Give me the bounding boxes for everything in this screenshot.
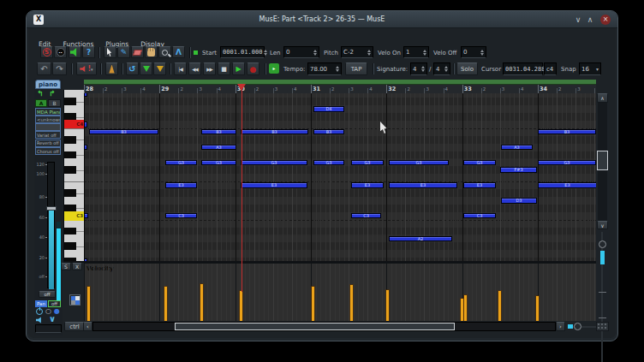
velo-off-field[interactable]: 0 xyxy=(461,46,486,58)
power-icon[interactable] xyxy=(36,308,43,315)
port-name-box[interactable]: <unknown> xyxy=(35,116,61,123)
spinner-icon[interactable] xyxy=(443,66,448,72)
midi-note-D4[interactable]: D4 xyxy=(313,106,344,112)
midi-note-E3[interactable]: E3 xyxy=(165,182,197,188)
tempo-field[interactable]: 78.00 xyxy=(307,62,342,75)
next-part-icon[interactable]: ↱ xyxy=(49,89,56,98)
start-time-field[interactable]: 0001.01.000 xyxy=(220,46,265,58)
tap-tempo-button[interactable]: TAP xyxy=(345,62,367,75)
midi-note-E3[interactable]: E3 xyxy=(538,182,596,188)
pitch-field[interactable]: C-2 xyxy=(341,46,373,58)
velocity-bar[interactable] xyxy=(312,287,314,321)
close-button[interactable]: × xyxy=(600,15,611,25)
midi-note-E3[interactable]: E3 xyxy=(351,182,384,188)
spinner-icon[interactable] xyxy=(312,50,317,56)
midi-note-E3[interactable]: E3 xyxy=(389,182,457,188)
hscrollbar-thumb[interactable] xyxy=(175,323,455,330)
punch-in-button[interactable] xyxy=(140,62,152,75)
scroll-right-button[interactable]: › xyxy=(556,322,565,331)
midi-note-G3[interactable]: G3 xyxy=(389,160,449,166)
velocity-lane[interactable]: Velocity xyxy=(84,263,596,321)
send-variat[interactable]: Variat off xyxy=(35,131,61,139)
part-list-box[interactable] xyxy=(35,324,62,333)
solo-button[interactable]: Solo xyxy=(456,62,478,75)
panic-button[interactable]: •• xyxy=(54,46,67,58)
vzoom-knob[interactable] xyxy=(599,240,606,248)
timeline-ruler[interactable]: 28234292343023431234322343323434234 xyxy=(84,80,596,93)
piano-key-black[interactable] xyxy=(64,151,76,159)
midi-note-clipped[interactable] xyxy=(84,93,87,97)
midi-note-F#3[interactable]: F#3 xyxy=(500,167,537,173)
midi-note-clipped[interactable] xyxy=(84,213,88,219)
velocity-bar[interactable] xyxy=(386,290,389,321)
pointer-tool-button[interactable] xyxy=(104,46,116,58)
piano-roll-canvas[interactable]: D4B3B3B3B3B3A3A3G3G3G3G3G3G3G3G3F#3E3E3E… xyxy=(84,93,596,261)
prev-part-icon[interactable]: ↰ xyxy=(37,89,44,98)
goto-start-button[interactable]: |◀ xyxy=(174,62,187,75)
record-button[interactable]: ● xyxy=(247,62,259,75)
midi-note-B3[interactable]: B3 xyxy=(313,129,344,135)
midi-note-G3[interactable]: G3 xyxy=(538,160,596,166)
eraser-tool-button[interactable] xyxy=(131,46,144,58)
velocity-bar[interactable] xyxy=(350,285,353,321)
play-button[interactable]: ▶ xyxy=(232,62,245,75)
whats-this-button[interactable]: ? xyxy=(82,46,95,58)
snap-select[interactable]: 16▾ xyxy=(579,62,601,75)
event-color-b-button[interactable]: B xyxy=(48,99,61,107)
redo-button[interactable]: ↷ xyxy=(52,62,67,75)
piano-key-c3-highlight[interactable]: C3 xyxy=(64,211,84,221)
velocity-bar[interactable] xyxy=(164,287,167,321)
piano-key-black[interactable] xyxy=(64,228,76,235)
midi-note-A3[interactable]: A3 xyxy=(501,145,533,151)
playhead-marker-icon[interactable] xyxy=(237,84,246,91)
corner-grip[interactable] xyxy=(596,322,609,331)
spinner-icon[interactable] xyxy=(479,50,484,56)
velocity-bar[interactable] xyxy=(464,295,467,321)
midi-note-B3[interactable]: B3 xyxy=(538,129,596,135)
volume-slider[interactable] xyxy=(47,162,55,288)
midi-note-G3[interactable]: G3 xyxy=(313,160,344,166)
scroll-down-button[interactable]: ∨ xyxy=(597,221,608,229)
metronome-click-button[interactable] xyxy=(105,62,118,75)
velocity-bar[interactable] xyxy=(461,299,463,321)
ctrl-lane-button[interactable]: ctrl xyxy=(64,322,85,331)
midi-note-C3[interactable]: C3 xyxy=(351,213,381,219)
scroll-left-button[interactable]: ‹ xyxy=(83,322,92,331)
vscrollbar-thumb[interactable] xyxy=(597,151,608,170)
undo-button[interactable]: ↶ xyxy=(37,62,51,75)
midi-note-C3[interactable]: C3 xyxy=(463,213,496,219)
piano-key-black[interactable] xyxy=(64,98,76,105)
hzoom-knob[interactable] xyxy=(574,323,581,330)
midi-note-B3[interactable]: B3 xyxy=(201,129,236,135)
spinner-icon[interactable] xyxy=(334,66,339,72)
velocity-bar[interactable] xyxy=(536,296,539,321)
midi-note-G3[interactable]: G3 xyxy=(351,160,384,166)
send-chorus[interactable]: Chorus off xyxy=(35,147,61,155)
punch-out-button[interactable] xyxy=(153,62,166,75)
zoom-tool-button[interactable] xyxy=(158,46,171,58)
spinner-icon[interactable] xyxy=(366,50,371,56)
midi-note-D3[interactable]: D3 xyxy=(501,198,537,204)
volume-off-button[interactable]: off xyxy=(39,291,56,298)
solo-sign-button[interactable]: S xyxy=(40,46,53,58)
rewind-button[interactable]: ◀◀ xyxy=(188,62,201,75)
pan-tool-button[interactable] xyxy=(145,46,158,58)
chevron-down-icon[interactable]: ∨ xyxy=(49,314,56,323)
loop-button[interactable]: ↺ xyxy=(126,62,139,75)
midi-note-C3[interactable]: C3 xyxy=(165,213,197,219)
velocity-bar[interactable] xyxy=(498,291,501,321)
volume-slider-handle[interactable] xyxy=(46,206,57,211)
midi-note-E3[interactable]: E3 xyxy=(463,182,496,188)
velocity-bar[interactable] xyxy=(240,291,242,321)
signature-denominator-field[interactable]: 4 xyxy=(433,62,450,75)
midi-note-clipped[interactable] xyxy=(84,145,87,151)
midi-note-B3[interactable]: B3 xyxy=(89,129,158,135)
velocity-bar[interactable] xyxy=(87,287,90,321)
ctrl-type-icon[interactable] xyxy=(69,294,80,306)
midi-panic-button[interactable]: !▾ xyxy=(76,62,97,75)
midi-note-G3[interactable]: G3 xyxy=(165,160,197,166)
pencil-tool-button[interactable]: ✎ xyxy=(117,46,130,58)
metronome-enable-button[interactable] xyxy=(69,46,81,58)
loop-range-strip[interactable] xyxy=(84,80,596,85)
piano-key-black[interactable] xyxy=(64,136,76,144)
